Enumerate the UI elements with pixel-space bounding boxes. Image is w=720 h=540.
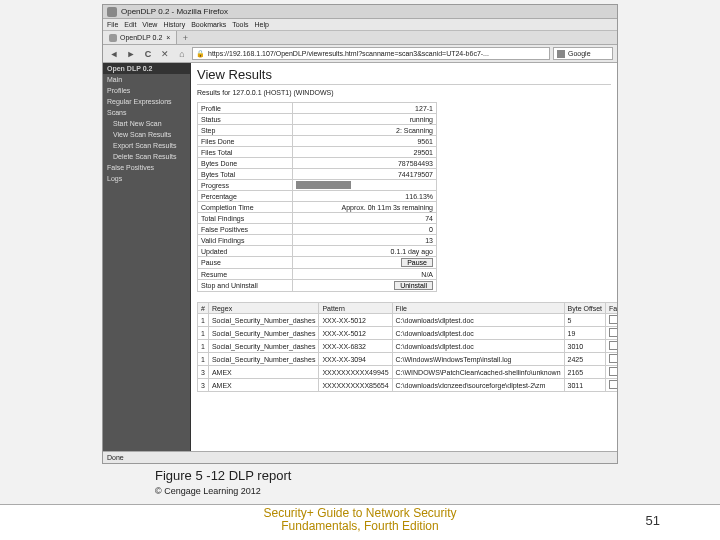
results-row: 1Social_Security_Number_dashesXXX-XX-309… bbox=[198, 353, 618, 366]
pause-button[interactable]: Pause bbox=[401, 258, 433, 267]
results-cell: XXX-XX-5012 bbox=[319, 314, 392, 327]
sidebar-item-delete-scan-results[interactable]: Delete Scan Results bbox=[103, 151, 190, 162]
tab-close-icon[interactable]: × bbox=[166, 34, 170, 41]
tab-label: OpenDLP 0.2 bbox=[120, 34, 162, 41]
sidebar-item-view-scan-results[interactable]: View Scan Results bbox=[103, 129, 190, 140]
new-tab-button[interactable]: + bbox=[177, 33, 193, 43]
stat-label: Profile bbox=[198, 103, 293, 114]
results-row: 1Social_Security_Number_dashesXXX-XX-501… bbox=[198, 314, 618, 327]
results-cell: 19 bbox=[564, 327, 606, 340]
results-header: File bbox=[392, 303, 564, 314]
results-header: Byte Offset bbox=[564, 303, 606, 314]
stat-row: Updated0.1.1 day ago bbox=[198, 246, 437, 257]
menu-tools[interactable]: Tools bbox=[232, 21, 248, 28]
stat-label: Stop and Uninstall bbox=[198, 280, 293, 292]
back-button[interactable]: ◄ bbox=[107, 48, 121, 60]
results-cell: XXX-XX-6832 bbox=[319, 340, 392, 353]
false-positive-checkbox[interactable] bbox=[609, 354, 617, 363]
stat-row: Total Findings74 bbox=[198, 213, 437, 224]
results-header: Regex bbox=[208, 303, 319, 314]
stat-row: Percentage116.13% bbox=[198, 191, 437, 202]
stat-label: Step bbox=[198, 125, 293, 136]
stat-value: 0.1.1 day ago bbox=[293, 246, 437, 257]
stat-value: 9561 bbox=[293, 136, 437, 147]
stat-value: N/A bbox=[293, 269, 437, 280]
sidebar-item-false-positives[interactable]: False Positives bbox=[103, 162, 190, 173]
false-positive-checkbox[interactable] bbox=[609, 315, 617, 324]
navbar: ◄ ► C ✕ ⌂ 🔒 https://192.168.1.107/OpenDL… bbox=[103, 45, 617, 63]
results-header: # bbox=[198, 303, 209, 314]
stat-value: 787584493 bbox=[293, 158, 437, 169]
search-placeholder: Google bbox=[568, 50, 591, 57]
lock-icon: 🔒 bbox=[196, 50, 205, 58]
results-cell: XXXXXXXXXX85654 bbox=[319, 379, 392, 392]
reload-button[interactable]: C bbox=[141, 48, 155, 60]
slide-footer: Security+ Guide to Network Security Fund… bbox=[0, 504, 720, 540]
stat-label: Progress bbox=[198, 180, 293, 191]
tab-favicon-icon bbox=[109, 34, 117, 42]
stat-value: 74 bbox=[293, 213, 437, 224]
sidebar-item-logs[interactable]: Logs bbox=[103, 173, 190, 184]
stat-label: Files Total bbox=[198, 147, 293, 158]
false-positive-checkbox[interactable] bbox=[609, 341, 617, 350]
figure-caption: Figure 5 -12 DLP report bbox=[155, 468, 291, 483]
statusbar: Done bbox=[103, 451, 617, 463]
stop-button[interactable]: ✕ bbox=[158, 48, 172, 60]
stat-value: 13 bbox=[293, 235, 437, 246]
forward-button[interactable]: ► bbox=[124, 48, 138, 60]
google-icon bbox=[557, 50, 565, 58]
menu-history[interactable]: History bbox=[163, 21, 185, 28]
home-button[interactable]: ⌂ bbox=[175, 48, 189, 60]
results-cell: C:\downloads\dlptest.doc bbox=[392, 327, 564, 340]
menu-edit[interactable]: Edit bbox=[124, 21, 136, 28]
results-cell: C:\WINDOWS\PatchClean\cached-shellinfo\u… bbox=[392, 366, 564, 379]
sidebar-item-export-scan-results[interactable]: Export Scan Results bbox=[103, 140, 190, 151]
stat-label: Bytes Done bbox=[198, 158, 293, 169]
sidebar-item-start-new-scan[interactable]: Start New Scan bbox=[103, 118, 190, 129]
false-positive-checkbox[interactable] bbox=[609, 328, 617, 337]
stat-value: 116.13% bbox=[293, 191, 437, 202]
stat-row: Completion TimeApprox. 0h 11m 3s remaini… bbox=[198, 202, 437, 213]
results-false-cell bbox=[606, 379, 617, 392]
progress-bar bbox=[296, 181, 351, 189]
url-bar[interactable]: 🔒 https://192.168.1.107/OpenDLP/viewresu… bbox=[192, 47, 550, 60]
stat-label: Bytes Total bbox=[198, 169, 293, 180]
stat-value: Uninstall bbox=[293, 280, 437, 292]
stat-label: Status bbox=[198, 114, 293, 125]
stat-value: 0 bbox=[293, 224, 437, 235]
sidebar-item-profiles[interactable]: Profiles bbox=[103, 85, 190, 96]
menu-file[interactable]: File bbox=[107, 21, 118, 28]
page-heading: View Results bbox=[197, 67, 611, 85]
sidebar-item-scans[interactable]: Scans bbox=[103, 107, 190, 118]
status-text: Done bbox=[107, 454, 124, 461]
results-cell: 1 bbox=[198, 353, 209, 366]
browser-window: OpenDLP 0.2 - Mozilla Firefox File Edit … bbox=[102, 4, 618, 464]
results-cell: 2425 bbox=[564, 353, 606, 366]
search-bar[interactable]: Google bbox=[553, 47, 613, 60]
sidebar-item-main[interactable]: Main bbox=[103, 74, 190, 85]
false-positive-checkbox[interactable] bbox=[609, 367, 617, 376]
false-positive-checkbox[interactable] bbox=[609, 380, 617, 389]
results-cell: AMEX bbox=[208, 366, 319, 379]
menu-view[interactable]: View bbox=[142, 21, 157, 28]
stat-row: Files Total29501 bbox=[198, 147, 437, 158]
results-cell: C:\downloads\dlptest.doc bbox=[392, 340, 564, 353]
copyright: © Cengage Learning 2012 bbox=[155, 486, 261, 496]
menu-help[interactable]: Help bbox=[255, 21, 269, 28]
page-subtitle: Results for 127.0.0.1 (HOST1) (WINDOWS) bbox=[197, 89, 611, 96]
stat-label: Resume bbox=[198, 269, 293, 280]
stat-row: Bytes Total744179507 bbox=[198, 169, 437, 180]
results-cell: 2165 bbox=[564, 366, 606, 379]
stat-label: False Positives bbox=[198, 224, 293, 235]
menubar: File Edit View History Bookmarks Tools H… bbox=[103, 19, 617, 31]
uninstall-button[interactable]: Uninstall bbox=[394, 281, 433, 290]
tab-opendlp[interactable]: OpenDLP 0.2 × bbox=[103, 31, 177, 44]
results-cell: AMEX bbox=[208, 379, 319, 392]
stat-value: 2: Scanning bbox=[293, 125, 437, 136]
results-cell: Social_Security_Number_dashes bbox=[208, 314, 319, 327]
menu-bookmarks[interactable]: Bookmarks bbox=[191, 21, 226, 28]
results-cell: XXX-XX-5012 bbox=[319, 327, 392, 340]
results-cell: 3 bbox=[198, 379, 209, 392]
stat-row: Statusrunning bbox=[198, 114, 437, 125]
sidebar-item-regular-expressions[interactable]: Regular Expressions bbox=[103, 96, 190, 107]
